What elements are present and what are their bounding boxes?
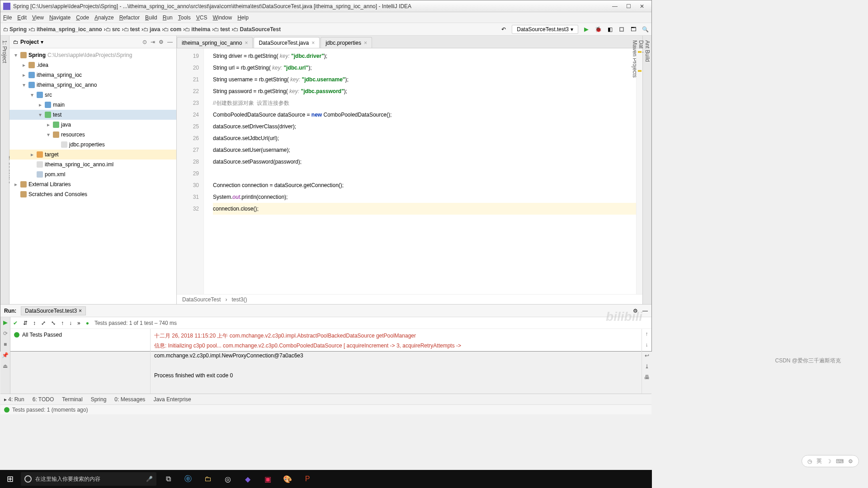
intellij-icon[interactable]: ▣ (259, 472, 276, 486)
edge-icon[interactable]: ⓔ (180, 472, 196, 486)
soft-wrap-icon[interactable]: ↩ (645, 352, 649, 359)
tree-item-target[interactable]: ▸target (9, 150, 176, 160)
breadcrumb-item[interactable]: 🗀 java (143, 26, 160, 33)
close-icon[interactable]: × (79, 308, 82, 314)
coverage-button[interactable]: ◧ (606, 26, 613, 33)
menu-navigate[interactable]: Navigate (49, 14, 71, 21)
breadcrumb-item[interactable]: 🗀 com (164, 26, 181, 33)
code-editor[interactable]: 1920212223242526272829303132 String driv… (177, 48, 642, 294)
breadcrumb-item[interactable]: 🗀 DataSourceTest (233, 26, 280, 33)
run-configuration-selector[interactable]: DataSourceTest.test3 ▾ (512, 25, 578, 34)
tree-item-test[interactable]: ▾test (9, 110, 176, 120)
breadcrumb-class[interactable]: DataSourceTest (182, 296, 221, 303)
breadcrumb-item[interactable]: 🗀 itheima (185, 26, 210, 33)
run-config-tab[interactable]: DataSourceTest.test3 × (21, 306, 86, 315)
menu-code[interactable]: Code (76, 14, 89, 21)
start-button[interactable]: ⊞ (3, 472, 17, 486)
stop-icon[interactable]: ■ (4, 341, 7, 347)
test-root[interactable]: All Tests Passed (12, 331, 148, 339)
breadcrumb-item[interactable]: 🗀 Spring (3, 26, 27, 33)
tree-item-java[interactable]: ▸java (9, 120, 176, 130)
tree-item-spring[interactable]: ▾SpringC:\Users\apple\IdeaProjects\Sprin… (9, 50, 176, 60)
run-button[interactable]: ▶ (583, 26, 590, 33)
console-output[interactable]: 十二月 26, 2018 11:15:20 上午 com.mchange.v2.… (151, 329, 642, 394)
print-icon[interactable]: 🖶 (644, 374, 650, 380)
editor-tab[interactable]: jdbc.properties× (321, 37, 372, 48)
toggle-icon[interactable]: ⟳ (3, 330, 8, 337)
bottom-tab[interactable]: 6: TODO (33, 396, 54, 403)
tree-item-pom-xml[interactable]: pom.xml (9, 169, 176, 179)
settings-icon[interactable]: ⚙ (633, 308, 638, 314)
editor-breadcrumb[interactable]: DataSourceTest › test3() (177, 294, 642, 304)
search-everywhere-icon[interactable]: 🔍 (642, 26, 649, 33)
down-icon[interactable]: ↓ (646, 342, 648, 348)
up-icon[interactable]: ↑ (646, 331, 648, 337)
paint-icon[interactable]: 🎨 (279, 472, 296, 486)
explorer-icon[interactable]: 🗀 (200, 472, 216, 486)
ant-build-tab[interactable]: Ant Build (644, 40, 651, 300)
ok-icon[interactable]: ✔ (13, 320, 18, 326)
menu-refactor[interactable]: Refactor (119, 14, 140, 21)
pin-icon[interactable]: 📌 (2, 352, 9, 358)
close-icon[interactable]: × (245, 40, 248, 46)
close-icon[interactable]: × (364, 40, 367, 46)
hide-icon[interactable]: — (642, 308, 648, 314)
collapse-icon[interactable]: ⇥ (151, 39, 155, 45)
tree-item-itheima-spring-ioc[interactable]: ▸itheima_spring_ioc (9, 70, 176, 80)
exit-icon[interactable]: ⏏ (3, 363, 8, 369)
down-icon[interactable]: ↓ (69, 320, 72, 326)
bottom-tab[interactable]: Java Enterprise (153, 396, 191, 403)
menu-window[interactable]: Window (212, 14, 232, 21)
menu-analyze[interactable]: Analyze (94, 14, 114, 21)
hide-icon[interactable]: — (167, 39, 173, 45)
expand-icon[interactable]: ⤢ (41, 320, 46, 326)
code-content[interactable]: String driver = rb.getString( key: "jdbc… (204, 48, 636, 294)
up-icon[interactable]: ↑ (61, 320, 64, 326)
minimize-button[interactable]: — (608, 2, 622, 11)
editor-tab[interactable]: itheima_spring_ioc_anno× (177, 37, 253, 48)
test-tree[interactable]: All Tests Passed (10, 329, 151, 394)
title-bar[interactable]: Spring [C:\Users\apple\IdeaProjects\Spri… (0, 0, 651, 12)
tree-item-external-libraries[interactable]: ▸External Libraries (9, 179, 176, 189)
menu-tools[interactable]: Tools (178, 14, 191, 21)
maximize-button[interactable]: ☐ (622, 2, 635, 11)
breadcrumb-item[interactable]: 🗀 src (106, 26, 120, 33)
collapse-icon[interactable]: ⤡ (51, 320, 56, 326)
menu-build[interactable]: Build (145, 14, 157, 21)
rerun-icon[interactable]: ▶ (3, 319, 8, 326)
sort-icon[interactable]: ⇵ (23, 320, 28, 326)
tree-item-itheima-spring-ioc-anno[interactable]: ▾itheima_spring_ioc_anno (9, 80, 176, 90)
tree-item-scratches-and-consoles[interactable]: Scratches and Consoles (9, 189, 176, 199)
export-icon[interactable]: » (77, 320, 80, 326)
tree-item--idea[interactable]: ▸.idea (9, 60, 176, 70)
bottom-tab[interactable]: ▸ 4: Run (4, 396, 24, 403)
chrome-icon[interactable]: ◎ (220, 472, 236, 486)
project-tree[interactable]: ▾SpringC:\Users\apple\IdeaProjects\Sprin… (9, 48, 176, 304)
back-nav-icon[interactable]: ↶ (500, 26, 507, 33)
debug-button[interactable]: 🐞 (594, 26, 602, 33)
error-stripe[interactable] (636, 48, 642, 294)
chevron-down-icon[interactable]: ▾ (41, 39, 43, 45)
tree-item-main[interactable]: ▸main (9, 100, 176, 110)
app-icon[interactable]: ◆ (240, 472, 256, 486)
scroll-end-icon[interactable]: ⤓ (645, 363, 649, 370)
stop-button[interactable] (618, 26, 625, 33)
locate-icon[interactable]: ⊙ (142, 39, 147, 45)
breadcrumb-method[interactable]: test3() (231, 296, 247, 303)
menu-file[interactable]: File (3, 14, 12, 21)
task-view-icon[interactable]: ⧉ (160, 472, 176, 486)
bottom-tab[interactable]: 0: Messages (114, 396, 145, 403)
windows-taskbar[interactable]: ⊞ 在这里输入你要搜索的内容 🎤 ⧉ ⓔ 🗀 ◎ ◆ ▣ 🎨 P (0, 470, 652, 488)
settings-icon[interactable]: ⚙ (159, 39, 164, 45)
taskbar-search[interactable]: 在这里输入你要搜索的内容 🎤 (21, 472, 156, 486)
bottom-tab[interactable]: Spring (91, 396, 107, 403)
breadcrumb-item[interactable]: 🗀 itheima_spring_ioc_anno (30, 26, 102, 33)
menu-run[interactable]: Run (163, 14, 173, 21)
sort-alpha-icon[interactable]: ↕ (33, 320, 36, 326)
project-structure-icon[interactable]: 🗔 (630, 26, 637, 33)
menu-view[interactable]: View (32, 14, 44, 21)
close-button[interactable]: ✕ (635, 2, 649, 11)
bottom-tab[interactable]: Terminal (62, 396, 82, 403)
editor-tab[interactable]: DataSourceTest.java× (254, 37, 320, 48)
tree-item-itheima-spring-ioc-anno-iml[interactable]: itheima_spring_ioc_anno.iml (9, 160, 176, 169)
